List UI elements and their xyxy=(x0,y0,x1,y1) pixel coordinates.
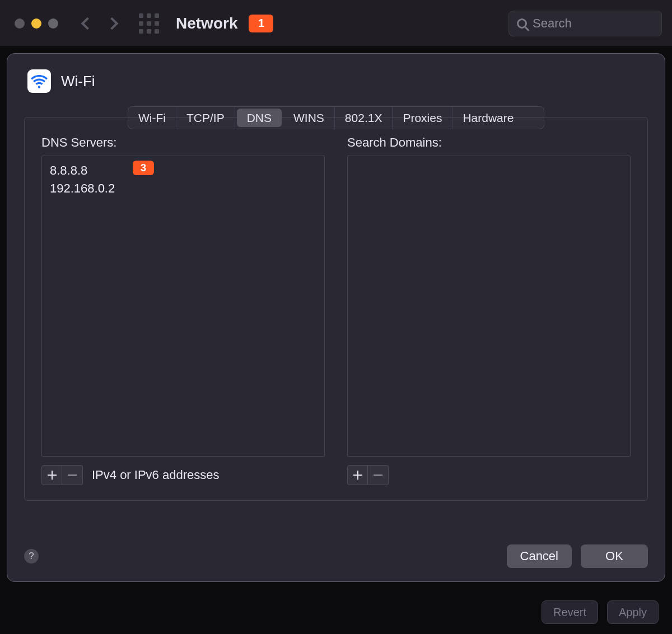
tab-dns[interactable]: DNS xyxy=(237,109,282,127)
tab-wins[interactable]: WINS xyxy=(283,107,335,129)
minimize-window-button[interactable] xyxy=(31,18,41,29)
connection-name: Wi-Fi xyxy=(61,73,95,90)
close-window-button[interactable] xyxy=(15,18,25,29)
dns-server-entry[interactable]: 8.8.8.8 xyxy=(50,162,316,180)
dns-panel: DNS Servers: 8.8.8.8 192.168.0.2 3 IPv4 … xyxy=(24,117,648,501)
search-placeholder: Search xyxy=(533,16,572,31)
dns-servers-label: DNS Servers: xyxy=(41,135,325,150)
wifi-icon xyxy=(27,69,51,93)
minus-icon xyxy=(68,471,77,480)
toolbar: Network 1 Search xyxy=(0,0,672,47)
dns-hint: IPv4 or IPv6 addresses xyxy=(92,468,219,482)
tab-tcpip[interactable]: TCP/IP xyxy=(176,107,235,129)
help-button[interactable]: ? xyxy=(24,549,39,563)
minus-icon xyxy=(374,471,382,480)
tab-proxies[interactable]: Proxies xyxy=(393,107,452,129)
search-icon xyxy=(517,18,527,29)
callout-badge-1: 1 xyxy=(249,15,273,32)
show-all-prefs-button[interactable] xyxy=(139,13,159,34)
tab-hardware[interactable]: Hardware xyxy=(452,107,524,129)
advanced-network-sheet: Wi-Fi Wi-Fi TCP/IP DNS WINS 802.1X Proxi… xyxy=(7,53,665,582)
dns-server-entry[interactable]: 192.168.0.2 xyxy=(50,180,316,198)
dns-add-button[interactable] xyxy=(41,465,62,485)
search-domains-label: Search Domains: xyxy=(347,135,631,150)
window-title: Network xyxy=(176,15,237,32)
ok-button[interactable]: OK xyxy=(581,544,648,568)
toolbar-search-field[interactable]: Search xyxy=(508,11,662,36)
search-domain-remove-button[interactable] xyxy=(368,465,389,485)
plus-icon xyxy=(353,471,362,480)
cancel-button[interactable]: Cancel xyxy=(507,544,572,568)
search-domain-add-button[interactable] xyxy=(347,465,368,485)
tab-wifi[interactable]: Wi-Fi xyxy=(128,107,176,129)
revert-button[interactable]: Revert xyxy=(542,600,598,624)
window-controls xyxy=(15,18,58,29)
dns-remove-button[interactable] xyxy=(62,465,83,485)
apply-button[interactable]: Apply xyxy=(607,600,659,624)
callout-badge-3: 3 xyxy=(133,161,154,175)
nav-buttons xyxy=(83,19,116,28)
background-action-bar: Revert Apply xyxy=(542,600,659,624)
forward-button[interactable] xyxy=(106,17,119,30)
dns-servers-list[interactable]: 8.8.8.8 192.168.0.2 3 xyxy=(41,156,325,457)
plus-icon xyxy=(48,471,57,480)
search-domains-list[interactable] xyxy=(347,156,631,457)
tab-8021x[interactable]: 802.1X xyxy=(335,107,393,129)
zoom-window-button[interactable] xyxy=(48,18,58,29)
tab-bar: Wi-Fi TCP/IP DNS WINS 802.1X Proxies Har… xyxy=(128,106,544,129)
back-button[interactable] xyxy=(81,17,94,30)
